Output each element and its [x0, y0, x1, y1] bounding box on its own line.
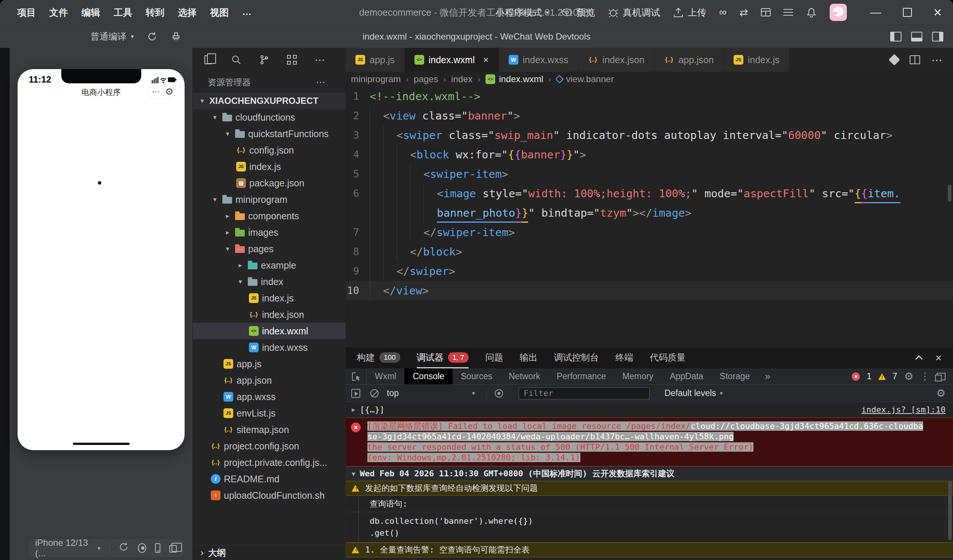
sync-icon[interactable]: ⇄: [739, 6, 748, 19]
menu-item-编辑[interactable]: 编辑: [81, 6, 100, 19]
close-tab-icon[interactable]: ×: [483, 54, 489, 66]
expand-arrow-icon[interactable]: ▶: [352, 406, 355, 413]
breadcrumb-item-index.wxml[interactable]: <>index.wxml: [486, 74, 543, 84]
menu-item-工具[interactable]: 工具: [113, 6, 132, 19]
menu-item-项目[interactable]: 项目: [17, 6, 36, 19]
hamburger-menu-icon[interactable]: [783, 9, 793, 16]
settings-gear-icon[interactable]: ⚙: [904, 370, 913, 383]
split-editor-icon[interactable]: [910, 55, 920, 64]
menu-item-…[interactable]: …: [242, 6, 251, 19]
query-code[interactable]: db.collection('banner').where({}) .get(): [346, 512, 953, 543]
minimize-button[interactable]: —: [870, 7, 881, 18]
breadcrumb-item-pages[interactable]: pages: [414, 74, 438, 84]
code-line-7[interactable]: 7</swiper-item>: [346, 223, 953, 242]
git-branch-icon[interactable]: [258, 53, 270, 66]
menu-item-转到[interactable]: 转到: [146, 6, 165, 19]
panel-tab-输出[interactable]: 输出: [520, 347, 537, 368]
tree-item-project.private.config.js...[interactable]: {..}project.private.config.js...: [193, 454, 346, 471]
error-count[interactable]: 1: [867, 371, 872, 382]
console-settings-icon[interactable]: ⚙: [936, 387, 945, 399]
devtools-tab-AppData[interactable]: AppData: [661, 368, 712, 385]
menu-item-选择[interactable]: 选择: [178, 6, 197, 19]
rotate-icon[interactable]: [118, 542, 129, 554]
close-button[interactable]: ×: [934, 5, 942, 19]
link-icon[interactable]: ∞: [719, 6, 726, 18]
devtools-tab-Sources[interactable]: Sources: [453, 368, 500, 385]
devtools-tab-Storage[interactable]: Storage: [712, 368, 758, 385]
layout-grid-icon[interactable]: [761, 8, 771, 16]
code-line-5[interactable]: 5<swiper-item>: [346, 164, 953, 184]
error-badge-icon[interactable]: ×: [852, 372, 860, 381]
more-actions-icon[interactable]: ⋯: [931, 53, 942, 67]
toggle-right-panel-icon[interactable]: [932, 32, 943, 42]
code-line-4[interactable]: 4<block wx:for="{{banner}}">: [346, 145, 953, 164]
tab-index.wxss[interactable]: Windex.wxss: [499, 48, 579, 72]
tree-item-index.wxss[interactable]: Windex.wxss: [193, 339, 346, 356]
tree-item-quickstartFunctions[interactable]: ▾quickstartFunctions: [193, 126, 346, 142]
panel-tab-终端[interactable]: 终端: [615, 347, 633, 368]
device-frame-icon[interactable]: [155, 543, 160, 553]
editor-scrollbar[interactable]: [948, 185, 951, 202]
code-line-9[interactable]: 9</swiper>: [346, 262, 953, 281]
tree-item-uploadCloudFunction.sh[interactable]: ↑uploadCloudFunction.sh: [193, 487, 346, 504]
log-levels-dropdown[interactable]: Default levels ▾: [664, 388, 723, 398]
menu-item-文件[interactable]: 文件: [49, 6, 68, 19]
search-icon[interactable]: [230, 53, 242, 66]
devtools-tab-Console[interactable]: Console: [404, 368, 452, 385]
tab-app.js[interactable]: JSapp.js: [346, 48, 405, 72]
console-sidebar-icon[interactable]: [349, 389, 362, 398]
warning-log-entry[interactable]: 1. 全量查询告警: 空查询语句可能需扫全表: [346, 543, 953, 557]
log-group-header[interactable]: ▼ Wed Feb 04 2026 11:10:30 GMT+0800 (中国标…: [346, 467, 953, 481]
console-prompt[interactable]: ›: [346, 557, 953, 560]
tree-item-envList.js[interactable]: JSenvList.js: [193, 405, 346, 421]
tree-item-index[interactable]: ▾index: [193, 273, 346, 290]
tree-item-index.wxml[interactable]: <>index.wxml: [193, 323, 346, 339]
explorer-more-icon[interactable]: ⋯: [316, 77, 326, 88]
code-line-1[interactable]: 1<!--index.wxml-->: [346, 87, 953, 106]
breadcrumb-item-miniprogram[interactable]: miniprogram: [351, 74, 400, 84]
multi-window-icon[interactable]: [169, 545, 177, 552]
close-panel-icon[interactable]: ×: [935, 352, 942, 363]
filter-input[interactable]: [519, 388, 650, 399]
collapse-arrow-icon[interactable]: ▼: [352, 470, 355, 478]
code-line-6[interactable]: 6<image style="width: 100%;height: 100%;…: [346, 184, 953, 203]
files-icon[interactable]: [202, 53, 214, 66]
compile-diamond-icon[interactable]: [888, 54, 900, 65]
devtools-tab-Memory[interactable]: Memory: [614, 368, 661, 385]
breadcrumb-item-index[interactable]: index: [451, 74, 472, 84]
log-entry[interactable]: ▶ [{…}] index.js? [sm]:10: [346, 402, 953, 418]
clean-brush-icon[interactable]: [171, 31, 182, 42]
phone-preview[interactable]: 11:12 电商小程序 ⋯: [17, 69, 185, 450]
tree-root[interactable]: ▾ XIAOCHENGXUPROJECT: [193, 93, 346, 109]
extensions-icon[interactable]: [286, 53, 298, 66]
menu-item-视图[interactable]: 视图: [210, 6, 229, 19]
miniapp-capsule[interactable]: ⋯: [149, 85, 176, 98]
tree-item-example[interactable]: ▸example: [193, 257, 346, 273]
panel-tab-问题[interactable]: 问题: [485, 347, 503, 368]
code-editor[interactable]: 1<!--index.wxml-->2<view class="banner">…: [346, 87, 953, 347]
dock-side-icon[interactable]: [937, 373, 945, 380]
tree-item-app.json[interactable]: {..}app.json: [193, 372, 346, 389]
clear-console-icon[interactable]: [368, 389, 381, 397]
avatar[interactable]: [830, 4, 847, 21]
tree-item-app.js[interactable]: JSapp.js: [193, 356, 346, 372]
devtools-tab-Performance[interactable]: Performance: [549, 368, 615, 385]
refresh-icon[interactable]: [146, 31, 158, 42]
log-array-preview[interactable]: [{…}]: [360, 405, 385, 414]
tree-item-miniprogram[interactable]: ▾miniprogram: [193, 191, 346, 208]
error-log-entry[interactable]: × [渲染层网络层错误] Failed to load local image …: [346, 418, 953, 467]
collapse-panel-icon[interactable]: [916, 355, 923, 363]
panel-tab-代码质量[interactable]: 代码质量: [650, 347, 685, 368]
live-expression-icon[interactable]: [492, 389, 505, 397]
toggle-left-panel-icon[interactable]: [890, 32, 902, 42]
record-icon[interactable]: [138, 543, 146, 553]
compile-mode-dropdown[interactable]: 普通编译▾: [90, 31, 134, 43]
tree-item-cloudfunctions[interactable]: ▾cloudfunctions: [193, 109, 346, 126]
remote-debug-button[interactable]: 真机调试: [608, 6, 660, 19]
tree-item-index.js[interactable]: JSindex.js: [193, 290, 346, 306]
code-line-10[interactable]: 10</view>: [346, 281, 953, 300]
upload-button[interactable]: 上传: [673, 6, 706, 19]
devtools-tab-Network[interactable]: Network: [500, 368, 548, 385]
panel-tab-构建[interactable]: 构建100: [357, 347, 400, 368]
exit-icon[interactable]: [163, 88, 176, 95]
